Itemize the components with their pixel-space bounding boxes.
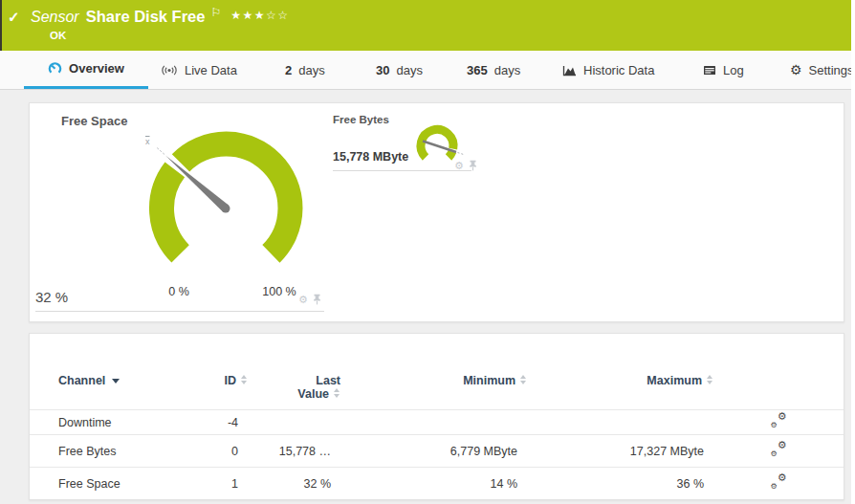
tab-number: 2 — [285, 63, 292, 77]
sort-icon — [707, 375, 713, 384]
column-label: Channel — [58, 374, 105, 387]
tab-label: days — [298, 63, 324, 77]
gauge-min-label: 0 % — [164, 285, 194, 298]
tab-log[interactable]: Log — [703, 51, 744, 89]
gear-icon: ⚙ — [778, 410, 787, 423]
channel-maximum: 17,327 MByte — [527, 435, 713, 468]
tab-label: Settings — [809, 63, 854, 77]
widget-pin-icon[interactable] — [313, 294, 321, 305]
tab-2-days[interactable]: 2 days — [285, 51, 325, 89]
column-header-id[interactable]: ID — [192, 334, 248, 410]
widget-divider — [333, 170, 471, 171]
gear-icon: ⚙ — [771, 482, 778, 491]
tab-label: days — [396, 63, 422, 77]
overview-content: Free Space x 0 % 100 % 32 % ⚙ Free Bytes… — [0, 90, 851, 504]
tab-settings[interactable]: ⚙ Settings — [790, 51, 854, 89]
tab-label: Live Data — [185, 63, 237, 77]
prtg-sensor-page: ✓ Sensor Share Disk Free ⚐ ★★★☆☆ OK Over… — [0, 0, 855, 504]
flag-icon[interactable]: ⚐ — [210, 6, 221, 19]
channel-id: -4 — [192, 410, 248, 435]
free-bytes-value: 15,778 MByte — [333, 150, 408, 164]
stars-filled[interactable]: ★★★ — [230, 9, 266, 22]
gear-icon: ⚙ — [778, 439, 787, 451]
average-marker: x — [145, 137, 150, 146]
channel-last-value: 32 % — [248, 468, 340, 500]
column-header-maximum[interactable]: Maximum — [527, 334, 713, 410]
channel-settings-gears-icon[interactable]: ⚙⚙ — [772, 414, 786, 428]
column-label: Minimum — [463, 374, 515, 387]
sensor-status-badge: OK — [50, 30, 66, 41]
window-edge — [0, 0, 2, 51]
column-header-minimum[interactable]: Minimum — [340, 334, 527, 410]
status-ok-check-icon: ✓ — [8, 9, 25, 26]
table-row-free-space: Free Space 1 32 % 14 % 36 % ⚙⚙ — [30, 468, 844, 500]
area-chart-icon — [562, 64, 577, 77]
settings-gear-icon: ⚙ — [790, 62, 802, 77]
channel-minimum: 14 % — [340, 468, 527, 500]
channel-minimum — [340, 410, 527, 435]
channel-id: 0 — [192, 435, 248, 468]
free-space-value: 32 % — [35, 289, 68, 305]
table-header-row: Channel ID Last Value Minimum — [30, 334, 844, 410]
sort-icon — [241, 375, 248, 384]
tab-number: 30 — [376, 63, 389, 77]
tab-bar: Overview Live Data 2 days 30 days 365 da… — [0, 51, 851, 90]
widget-divider — [35, 311, 324, 312]
free-space-gauge-arc-right — [181, 144, 290, 254]
gauges-panel: Free Space x 0 % 100 % 32 % ⚙ Free Bytes… — [29, 102, 844, 322]
sort-icon — [334, 388, 340, 398]
free-space-needle-hub — [222, 205, 230, 213]
column-label: ID — [225, 374, 237, 387]
free-bytes-average-tick — [458, 153, 465, 155]
channel-last-value — [248, 410, 340, 435]
channel-name: Free Bytes — [30, 435, 192, 468]
channel-maximum: 36 % — [527, 468, 713, 500]
free-bytes-gauge-arc-end — [449, 152, 452, 158]
tab-30-days[interactable]: 30 days — [376, 51, 423, 89]
channels-table: Channel ID Last Value Minimum — [30, 334, 844, 500]
channel-name: Downtime — [30, 410, 192, 435]
channels-panel: Channel ID Last Value Minimum — [29, 333, 844, 500]
tab-label: days — [494, 63, 520, 77]
sensor-title: Share Disk Free — [86, 8, 206, 26]
free-space-gauge-title: Free Space — [61, 114, 127, 128]
stars-empty[interactable]: ☆☆ — [266, 9, 290, 22]
chevron-down-icon — [112, 379, 120, 383]
sensor-header-main: ✓ Sensor Share Disk Free ⚐ ★★★☆☆ — [8, 8, 290, 26]
log-list-icon — [703, 65, 716, 76]
free-bytes-gauge-title: Free Bytes — [333, 114, 389, 125]
channel-settings-gears-icon[interactable]: ⚙⚙ — [772, 443, 786, 457]
column-label: Value — [297, 387, 329, 401]
channel-settings-gears-icon[interactable]: ⚙⚙ — [772, 475, 786, 490]
tab-live-data[interactable]: Live Data — [161, 51, 237, 89]
live-data-icon — [161, 64, 178, 77]
column-header-actions — [713, 334, 844, 410]
tab-365-days[interactable]: 365 days — [467, 51, 520, 89]
channel-id: 1 — [192, 468, 248, 500]
widget-gear-icon[interactable]: ⚙ — [454, 161, 464, 171]
tab-historic-data[interactable]: Historic Data — [562, 51, 654, 89]
free-space-widget-tools[interactable]: ⚙ — [298, 294, 321, 305]
gear-icon: ⚙ — [771, 449, 778, 458]
tab-label: Log — [723, 63, 744, 77]
gauges-canvas — [30, 103, 844, 321]
gear-icon: ⚙ — [771, 421, 778, 429]
gauge-icon — [48, 61, 62, 76]
column-header-last-value[interactable]: Last Value — [248, 334, 340, 410]
tab-label: Overview — [69, 61, 124, 76]
free-space-average-tick — [157, 147, 164, 154]
table-row-free-bytes: Free Bytes 0 15,778 … 6,779 MByte 17,327… — [30, 435, 844, 468]
gauge-max-label: 100 % — [255, 285, 303, 298]
channel-maximum — [527, 410, 713, 435]
channel-name: Free Space — [30, 468, 192, 500]
sensor-header-bar: ✓ Sensor Share Disk Free ⚐ ★★★☆☆ OK — [0, 0, 851, 51]
tab-overview[interactable]: Overview — [24, 51, 148, 89]
priority-stars[interactable]: ★★★☆☆ — [230, 9, 289, 22]
table-row-downtime: Downtime -4 ⚙⚙ — [30, 410, 844, 435]
column-header-channel[interactable]: Channel — [30, 334, 192, 410]
channel-last-value: 15,778 … — [248, 435, 340, 468]
gear-icon: ⚙ — [778, 471, 787, 484]
tab-label: Historic Data — [583, 63, 654, 77]
widget-gear-icon[interactable]: ⚙ — [298, 295, 308, 305]
object-kind-label: Sensor — [31, 9, 79, 26]
